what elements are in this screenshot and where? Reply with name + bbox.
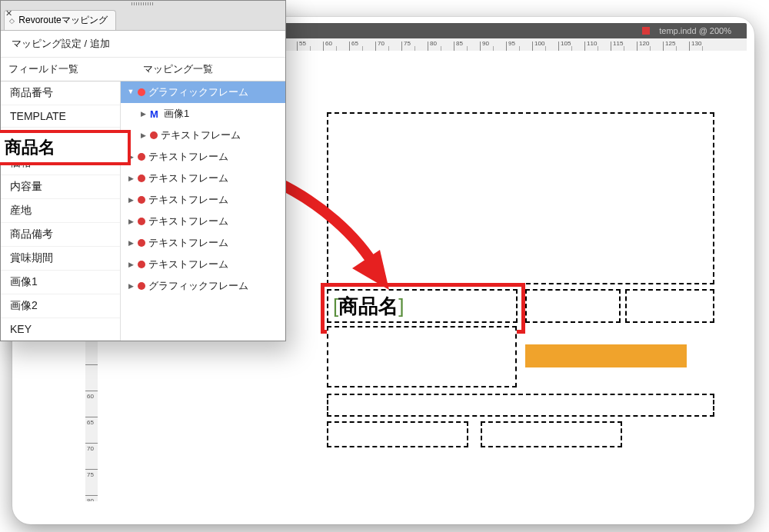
mapping-item-label: テキストフレーム — [148, 258, 228, 271]
mapping-list-item[interactable]: ▶グラフィックフレーム — [121, 275, 285, 297]
field-list-item[interactable]: KEY — [1, 318, 120, 341]
text-frame[interactable] — [327, 394, 714, 417]
ruler-tick: 60 — [323, 42, 349, 51]
panel-column-headers: フィールド一覧 マッピング一覧 — [1, 58, 285, 81]
chevron-right-icon[interactable]: ▶ — [127, 261, 135, 268]
ruler-tick: 75 — [85, 469, 98, 495]
color-swatch-rect[interactable] — [525, 344, 687, 367]
field-list: 商品番号TEMPLATE商品名価格内容量産地商品備考賞味期間画像1画像2KEY — [1, 81, 121, 341]
field-list-item[interactable]: 商品備考 — [1, 223, 120, 247]
ruler-tick: 80 — [85, 495, 98, 501]
placeholder-text: 商品名 — [338, 293, 398, 320]
tab-close-icon[interactable] — [642, 27, 650, 35]
text-frame[interactable] — [625, 289, 714, 323]
text-frame[interactable] — [481, 421, 622, 447]
ruler-tick — [85, 364, 98, 391]
field-list-item[interactable]: 内容量 — [1, 175, 120, 199]
image-badge-icon: M — [150, 108, 161, 120]
status-dot-icon — [138, 239, 145, 247]
status-dot-icon — [138, 261, 145, 268]
mapping-list-item[interactable]: ▶テキストフレーム — [121, 189, 285, 211]
ruler-tick: 130 — [689, 42, 715, 51]
header-field-list: フィールド一覧 — [1, 58, 135, 81]
chevron-right-icon[interactable]: ▶ — [127, 175, 135, 182]
text-frame[interactable] — [327, 421, 468, 447]
text-frame[interactable] — [327, 326, 517, 387]
mapping-list-item[interactable]: ▼グラフィックフレーム — [121, 81, 285, 103]
status-dot-icon — [138, 218, 145, 225]
ruler-tick: 60 — [85, 391, 98, 417]
mapping-item-label: テキストフレーム — [148, 193, 228, 207]
sort-icon: ◇ — [9, 17, 15, 25]
status-dot-icon — [138, 282, 145, 290]
chevron-right-icon[interactable]: ▶ — [127, 196, 135, 204]
status-dot-icon — [138, 88, 145, 96]
graphic-frame-main[interactable] — [327, 112, 714, 284]
field-list-item[interactable]: 価格 — [1, 151, 120, 175]
mapping-item-label: グラフィックフレーム — [148, 279, 248, 293]
chevron-right-icon[interactable]: ▶ — [139, 110, 147, 118]
mapping-item-label: テキストフレーム — [161, 128, 241, 142]
chevron-right-icon[interactable]: ▶ — [127, 218, 135, 225]
status-dot-icon — [138, 196, 145, 204]
mapping-panel: ✕ ◇ Revorouteマッピング マッピング設定 / 追加 フィールド一覧 … — [0, 0, 286, 341]
field-list-item[interactable]: 画像1 — [1, 271, 120, 294]
status-dot-icon — [150, 131, 158, 139]
mapping-list-item[interactable]: ▶テキストフレーム — [121, 146, 285, 168]
mapping-item-label: テキストフレーム — [148, 171, 228, 185]
panel-close-button[interactable]: ✕ — [5, 9, 13, 17]
status-dot-icon — [138, 153, 145, 161]
field-list-item[interactable]: 商品名 — [1, 128, 120, 151]
ruler-tick: 65 — [349, 42, 375, 51]
ruler-tick: 100 — [532, 42, 558, 51]
header-mapping-list: マッピング一覧 — [135, 58, 285, 81]
text-frame-product-name[interactable]: [ 商品名 ] — [327, 289, 518, 323]
mapping-item-label: 画像1 — [164, 107, 189, 121]
text-frame[interactable] — [525, 289, 621, 323]
panel-drag-handle[interactable] — [1, 1, 285, 7]
ruler-tick: 90 — [480, 42, 506, 51]
mapping-list-item[interactable]: ▶テキストフレーム — [121, 254, 285, 275]
ruler-tick: 55 — [297, 42, 323, 51]
field-list-item[interactable]: 商品番号 — [1, 81, 120, 105]
ruler-tick: 85 — [454, 42, 480, 51]
placeholder-bracket-right-icon: ] — [398, 294, 404, 318]
mapping-list-item[interactable]: ▶テキストフレーム — [121, 211, 285, 232]
field-list-item[interactable]: 産地 — [1, 199, 120, 223]
ruler-tick: 115 — [611, 42, 637, 51]
mapping-item-label: テキストフレーム — [148, 236, 228, 250]
mapping-list-item[interactable]: ▶M画像1 — [121, 103, 285, 125]
panel-body: 商品番号TEMPLATE商品名価格内容量産地商品備考賞味期間画像1画像2KEY … — [1, 81, 285, 341]
ruler-tick: 65 — [85, 417, 98, 443]
panel-tab-label: Revorouteマッピング — [18, 15, 107, 25]
field-list-item[interactable]: 賞味期間 — [1, 247, 120, 271]
ruler-tick: 70 — [375, 42, 401, 51]
panel-settings-link[interactable]: マッピング設定 / 追加 — [1, 31, 285, 58]
ruler-tick: 105 — [558, 42, 584, 51]
ruler-tick: 80 — [428, 42, 454, 51]
chevron-right-icon[interactable]: ▶ — [127, 239, 135, 247]
ruler-tick: 95 — [506, 42, 532, 51]
chevron-down-icon[interactable]: ▼ — [127, 88, 135, 95]
mapping-item-label: テキストフレーム — [148, 150, 228, 164]
document-title: temp.indd @ 200% — [659, 26, 731, 35]
mapping-item-label: グラフィックフレーム — [148, 85, 248, 99]
field-list-item[interactable]: TEMPLATE — [1, 105, 120, 128]
mapping-list-item[interactable]: ▶テキストフレーム — [121, 168, 285, 189]
mapping-item-label: テキストフレーム — [148, 214, 228, 228]
chevron-right-icon[interactable]: ▶ — [127, 153, 135, 161]
status-dot-icon — [138, 175, 145, 182]
ruler-tick — [85, 338, 98, 364]
panel-tab-row: ◇ Revorouteマッピング — [1, 7, 285, 31]
ruler-tick: 120 — [637, 42, 663, 51]
ruler-tick: 125 — [663, 42, 689, 51]
mapping-list-item[interactable]: ▶テキストフレーム — [121, 232, 285, 254]
ruler-tick: 110 — [584, 42, 611, 51]
mapping-list-item[interactable]: ▶テキストフレーム — [121, 125, 285, 146]
panel-tab-mapping[interactable]: ◇ Revorouteマッピング — [4, 10, 116, 30]
chevron-right-icon[interactable]: ▶ — [127, 282, 135, 290]
field-list-item[interactable]: 画像2 — [1, 294, 120, 318]
mapping-list: ▼グラフィックフレーム▶M画像1▶テキストフレーム▶テキストフレーム▶テキストフ… — [121, 81, 285, 341]
chevron-right-icon[interactable]: ▶ — [139, 131, 147, 139]
ruler-tick: 70 — [85, 443, 98, 469]
